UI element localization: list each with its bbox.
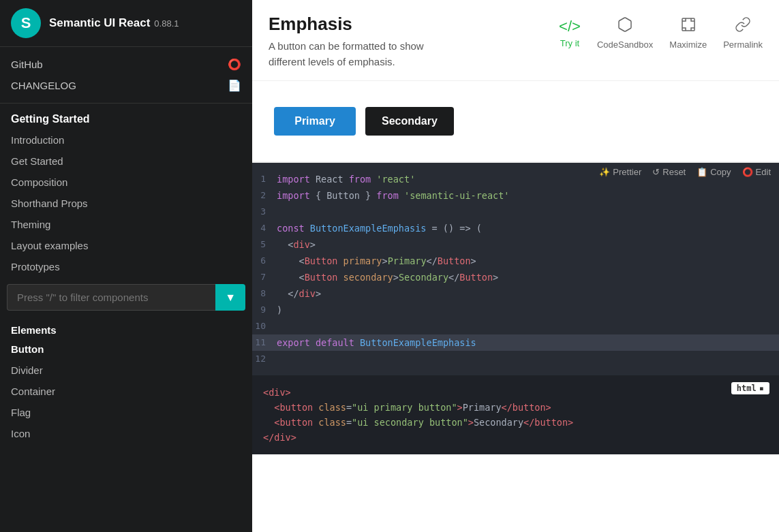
- search-container: ▼: [7, 284, 245, 311]
- copy-label: Copy: [710, 167, 731, 177]
- html-line: <div>: [263, 385, 768, 400]
- toolbar: </> Try it CodeSandbox Maximize Permali: [559, 14, 763, 50]
- edit-icon: ⭕: [742, 167, 753, 177]
- github-icon: ⭕: [228, 58, 241, 71]
- edit-button[interactable]: ⭕ Edit: [742, 167, 771, 177]
- html-badge-icon: ▪: [759, 384, 764, 393]
- reset-button[interactable]: ↺ Reset: [652, 167, 686, 177]
- sidebar-item-flag[interactable]: Flag: [0, 402, 252, 423]
- search-input[interactable]: [7, 284, 215, 311]
- app-version: 0.88.1: [154, 18, 179, 29]
- permalink-icon: [735, 16, 751, 37]
- code-line: 9 ): [252, 302, 779, 318]
- sidebar-scrollable: Getting Started Introduction Get Started…: [0, 104, 252, 532]
- sidebar-item-prototypes[interactable]: Prototypes: [0, 256, 252, 277]
- changelog-label: CHANGELOG: [11, 80, 76, 91]
- code-line: 4 const ButtonExampleEmphasis = () => (: [252, 220, 779, 236]
- code-line: 7 <Button secondary>Secondary</Button>: [252, 269, 779, 285]
- maximize-label: Maximize: [669, 40, 707, 50]
- copy-button[interactable]: 📋 Copy: [697, 167, 731, 177]
- logo-text: S: [21, 14, 31, 32]
- code-line: 5 <div>: [252, 236, 779, 253]
- sidebar-item-container[interactable]: Container: [0, 381, 252, 402]
- primary-button[interactable]: Primary: [274, 107, 356, 136]
- codesandbox-button[interactable]: CodeSandbox: [597, 16, 653, 50]
- code-line: 2 import { Button } from 'semantic-ui-re…: [252, 187, 779, 204]
- code-line: 3: [252, 204, 779, 220]
- svg-rect-0: [682, 18, 694, 31]
- edit-label: Edit: [756, 167, 771, 177]
- preview-area: Primary Secondary: [252, 81, 779, 163]
- sidebar-item-theming[interactable]: Theming: [0, 214, 252, 235]
- html-line: <button class="ui primary button">Primar…: [263, 400, 768, 415]
- copy-icon: 📋: [697, 167, 707, 177]
- code-toolbar: ✨ Prettier ↺ Reset 📋 Copy ⭕ Edit: [591, 163, 779, 181]
- html-output: html ▪ <div> <button class="ui primary b…: [252, 375, 779, 454]
- sidebar-item-composition[interactable]: Composition: [0, 172, 252, 193]
- filter-button[interactable]: ▼: [215, 284, 245, 311]
- prettier-icon: ✨: [599, 167, 610, 177]
- code-line: 10: [252, 318, 779, 334]
- permalink-button[interactable]: Permalink: [723, 16, 763, 50]
- permalink-label: Permalink: [723, 40, 763, 50]
- app-title-block: Semantic UI React0.88.1: [49, 16, 179, 30]
- html-line: <button class="ui secondary button">Seco…: [263, 415, 768, 430]
- page-description: A button can be formatted to show differ…: [269, 39, 446, 69]
- main-content: Emphasis A button can be formatted to sh…: [252, 0, 779, 532]
- code-line: 6 <Button primary>Primary</Button>: [252, 253, 779, 269]
- changelog-link[interactable]: CHANGELOG 📄: [11, 75, 241, 96]
- codesandbox-icon: [617, 16, 633, 37]
- getting-started-title: Getting Started: [0, 104, 252, 129]
- try-it-icon: </>: [559, 18, 581, 35]
- title-block: Emphasis A button can be formatted to sh…: [269, 14, 559, 69]
- prettier-label: Prettier: [613, 167, 641, 177]
- changelog-icon: 📄: [228, 79, 241, 92]
- sidebar-item-get-started[interactable]: Get Started: [0, 151, 252, 172]
- github-link[interactable]: GitHub ⭕: [11, 54, 241, 75]
- maximize-icon: [680, 16, 697, 37]
- codesandbox-label: CodeSandbox: [597, 40, 653, 50]
- sidebar-header: S Semantic UI React0.88.1: [0, 0, 252, 47]
- reset-label: Reset: [662, 167, 686, 177]
- sidebar-item-shorthand-props[interactable]: Shorthand Props: [0, 193, 252, 214]
- sidebar-links: GitHub ⭕ CHANGELOG 📄: [0, 47, 252, 104]
- code-line: 11 export default ButtonExampleEmphasis: [252, 334, 779, 351]
- app-name: Semantic UI React: [49, 16, 150, 29]
- sidebar-item-icon[interactable]: Icon: [0, 423, 252, 444]
- sidebar-item-introduction[interactable]: Introduction: [0, 129, 252, 151]
- maximize-button[interactable]: Maximize: [669, 16, 707, 50]
- sidebar-item-layout-examples[interactable]: Layout examples: [0, 235, 252, 256]
- elements-title: Elements: [0, 317, 252, 339]
- sidebar: S Semantic UI React0.88.1 GitHub ⭕ CHANG…: [0, 0, 252, 532]
- code-line: 12: [252, 351, 779, 367]
- try-it-button[interactable]: </> Try it: [559, 18, 581, 48]
- sidebar-item-divider[interactable]: Divider: [0, 360, 252, 381]
- html-badge-label: html: [737, 384, 757, 393]
- filter-icon: ▼: [225, 292, 236, 303]
- prettier-button[interactable]: ✨ Prettier: [599, 167, 641, 177]
- page-title: Emphasis: [269, 14, 559, 35]
- html-line: </div>: [263, 430, 768, 445]
- secondary-button[interactable]: Secondary: [365, 107, 454, 136]
- content-header: Emphasis A button can be formatted to sh…: [252, 0, 779, 81]
- code-line: 8 </div>: [252, 285, 779, 302]
- code-editor: ✨ Prettier ↺ Reset 📋 Copy ⭕ Edit 1 impor…: [252, 163, 779, 375]
- logo: S: [11, 8, 41, 38]
- try-it-label: Try it: [560, 38, 579, 48]
- github-label: GitHub: [11, 59, 43, 70]
- reset-icon: ↺: [652, 167, 660, 177]
- html-badge: html ▪: [731, 382, 769, 394]
- sidebar-item-button[interactable]: Button: [0, 339, 252, 360]
- code-lines: 1 import React from 'react' 2 import { B…: [252, 163, 779, 375]
